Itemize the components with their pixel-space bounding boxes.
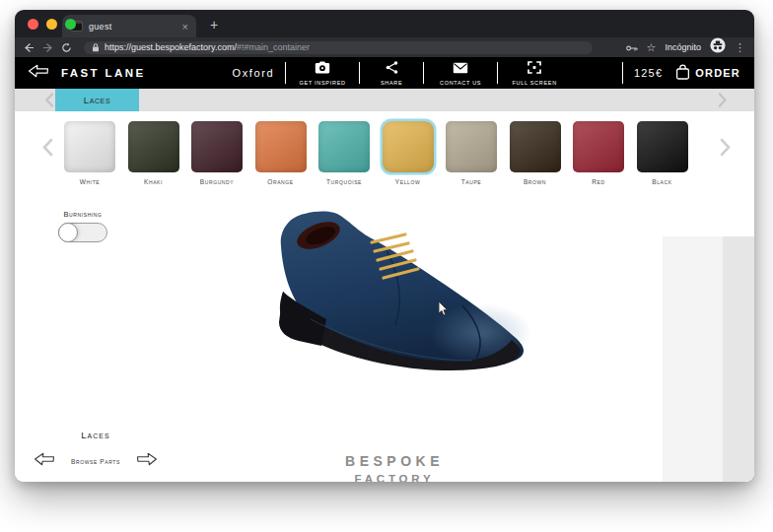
swatch-label: Brown: [524, 178, 546, 185]
address-bar[interactable]: https://guest.bespokefactory.com/#!#main…: [84, 41, 593, 54]
color-swatch-burgundy[interactable]: Burgundy: [191, 121, 243, 195]
swatch-label: Burgundy: [200, 178, 234, 185]
color-swatch-red[interactable]: Red: [573, 121, 624, 195]
configurator-stage: Burnishing: [15, 195, 754, 482]
swatch-tile[interactable]: [191, 121, 243, 172]
tab-close-icon[interactable]: ×: [182, 22, 188, 32]
part-tabs-next-icon[interactable]: [718, 93, 728, 111]
full-screen-button[interactable]: FULL SCREEN: [509, 60, 560, 86]
color-swatch-khaki[interactable]: Khaki: [128, 121, 179, 195]
order-button[interactable]: ORDER: [675, 64, 740, 82]
swatch-tile[interactable]: [573, 121, 624, 172]
color-swatch-carousel: White Khaki Burgundy Orange Turquoise Ye…: [15, 111, 754, 195]
url-text: https://guest.bespokefactory.com/#!#main…: [105, 42, 310, 52]
swatch-tile[interactable]: [318, 121, 370, 172]
share-icon: [386, 60, 398, 78]
shopping-bag-icon: [675, 64, 690, 82]
burnishing-control: Burnishing: [56, 210, 109, 242]
swatches-next-icon[interactable]: [720, 138, 732, 161]
swatch-label: Orange: [267, 178, 293, 185]
swatch-tile[interactable]: [510, 121, 561, 172]
new-tab-button[interactable]: +: [210, 17, 218, 33]
swatch-tile[interactable]: [64, 121, 115, 172]
swatch-label: Red: [592, 178, 604, 185]
shoe-render[interactable]: [269, 207, 565, 408]
swatch-tile[interactable]: [383, 121, 434, 172]
part-tab-laces[interactable]: Laces: [55, 89, 139, 111]
envelope-icon: [453, 60, 468, 78]
browse-parts-label: Browse Parts: [71, 458, 120, 465]
swatches-prev-icon[interactable]: [41, 138, 53, 161]
password-key-icon[interactable]: [626, 38, 638, 56]
app-header: FAST LANE Oxford GET INSPIRED SHARE: [15, 57, 754, 89]
window-controls: [28, 19, 76, 30]
swatch-tile[interactable]: [255, 121, 307, 172]
swatch-tile[interactable]: [446, 121, 497, 172]
browser-window: guest × + https://guest.bespokefactory.c…: [15, 10, 754, 482]
color-swatch-yellow[interactable]: Yellow: [383, 121, 434, 195]
color-swatch-list: White Khaki Burgundy Orange Turquoise Ye…: [64, 121, 688, 195]
swatch-label: Yellow: [395, 178, 420, 185]
back-icon[interactable]: [24, 42, 35, 53]
side-panel: [663, 236, 754, 482]
model-name: Oxford: [233, 67, 275, 79]
browser-tab[interactable]: guest ×: [62, 15, 196, 37]
swatch-tile[interactable]: [128, 121, 179, 172]
part-tabs-prev-icon[interactable]: [44, 93, 54, 111]
divider: [359, 62, 360, 84]
order-label: ORDER: [695, 67, 740, 79]
browser-menu-icon[interactable]: ⋮: [735, 41, 745, 54]
incognito-badge-icon: [710, 37, 726, 57]
swatch-label: Turquoise: [326, 178, 362, 185]
divider: [497, 62, 498, 84]
divider: [285, 62, 286, 84]
reload-icon[interactable]: [61, 42, 72, 53]
get-inspired-button[interactable]: GET INSPIRED: [297, 60, 348, 86]
color-swatch-black[interactable]: Black: [637, 121, 688, 195]
swatch-label: Khaki: [144, 178, 163, 185]
swatch-tile[interactable]: [637, 121, 688, 172]
burnishing-label: Burnishing: [56, 210, 109, 219]
swatch-label: White: [80, 178, 101, 185]
current-part-title: Laces: [35, 430, 157, 440]
swatch-label: Taupe: [461, 178, 482, 185]
minimize-window-button[interactable]: [46, 19, 57, 30]
toggle-knob[interactable]: [58, 223, 78, 242]
part-tab-bar: Laces: [15, 89, 754, 111]
color-swatch-turquoise[interactable]: Turquoise: [318, 121, 370, 195]
bookmark-star-icon[interactable]: ☆: [647, 41, 657, 54]
forward-icon[interactable]: [42, 42, 53, 53]
contact-us-button[interactable]: CONTACT US: [435, 60, 486, 86]
price-label: 125€: [634, 67, 663, 79]
close-window-button[interactable]: [28, 19, 38, 30]
color-swatch-orange[interactable]: Orange: [255, 121, 307, 195]
share-button[interactable]: SHARE: [371, 60, 412, 86]
lock-icon: [92, 38, 100, 56]
divider: [622, 62, 623, 84]
color-swatch-white[interactable]: White: [64, 121, 115, 195]
burnishing-toggle[interactable]: [58, 223, 107, 242]
browser-tab-strip: guest × +: [15, 10, 754, 37]
camera-icon: [315, 60, 330, 78]
tab-title: guest: [89, 22, 176, 32]
incognito-label: Incógnito: [665, 42, 701, 52]
part-navigation: Laces Browse Parts: [35, 430, 157, 470]
color-swatch-brown[interactable]: Brown: [510, 121, 561, 195]
divider: [423, 62, 424, 84]
fullscreen-icon: [527, 60, 541, 78]
color-swatch-taupe[interactable]: Taupe: [446, 121, 497, 195]
app-back-icon[interactable]: [29, 64, 49, 82]
swatch-label: Black: [652, 178, 671, 185]
browse-next-icon[interactable]: [136, 452, 157, 470]
brand-name: FAST LANE: [61, 67, 146, 79]
bespoke-factory-watermark: BESPOKE FACTORY: [296, 453, 493, 482]
zoom-window-button[interactable]: [65, 19, 76, 30]
browser-toolbar: https://guest.bespokefactory.com/#!#main…: [15, 37, 754, 57]
browse-prev-icon[interactable]: [35, 452, 55, 470]
